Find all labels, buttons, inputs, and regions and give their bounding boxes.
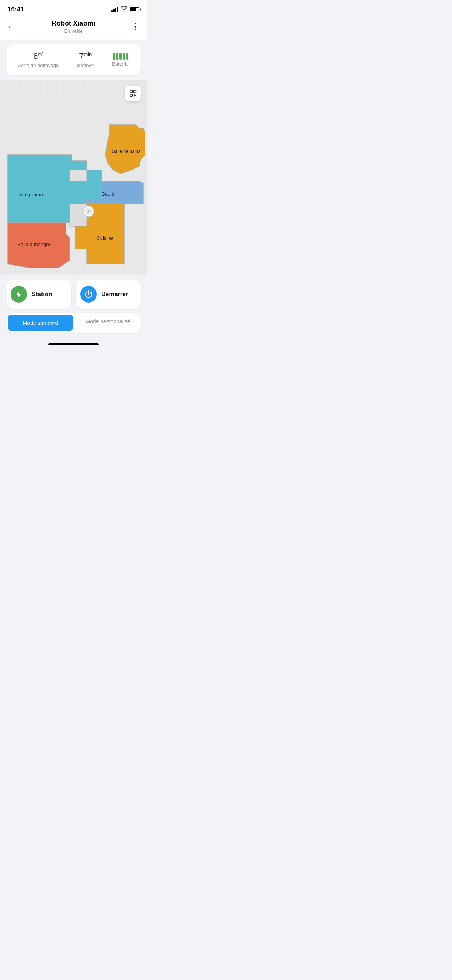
stat-area: 8m² Zone de nettoyage (18, 51, 59, 68)
power-icon (84, 290, 93, 298)
wifi-icon (121, 6, 127, 13)
battery-icon (130, 7, 139, 12)
header-center: Robot Xiaomi En veille (19, 20, 127, 34)
time-label: Nettoyé (77, 62, 94, 68)
stat-divider-1 (68, 52, 68, 67)
header: ← Robot Xiaomi En veille ⋮ (0, 17, 147, 40)
more-button[interactable]: ⋮ (127, 22, 139, 32)
svg-rect-2 (130, 94, 132, 97)
lightning-icon (15, 290, 23, 298)
start-icon-bg (80, 286, 97, 302)
tab-mode-standard[interactable]: Mode standard (8, 315, 73, 331)
back-button[interactable]: ← (8, 22, 19, 32)
label-salle-bains: Salle de bains (112, 149, 140, 154)
label-couloir: Couloir (101, 191, 117, 197)
svg-text:Z: Z (88, 210, 90, 214)
map-gap-2 (70, 170, 87, 181)
mode-section: Mode standard Mode personnalisé (0, 313, 147, 340)
status-time: 16:41 (8, 6, 24, 13)
map-container[interactable]: Z Living room Couloir Salle de bains Sal… (0, 80, 147, 275)
page-title: Robot Xiaomi (19, 20, 127, 27)
time-value: 7min (77, 51, 94, 61)
area-label: Zone de nettoyage (18, 62, 59, 68)
battery-bars (112, 53, 129, 59)
device-status: En veille (19, 28, 127, 34)
mode-card: Mode standard Mode personnalisé (6, 313, 141, 333)
station-icon-bg (11, 286, 27, 302)
svg-rect-0 (130, 91, 132, 93)
battery-label: Batterie (112, 61, 129, 67)
start-label: Démarrer (101, 291, 128, 298)
area-value: 8m² (18, 51, 59, 61)
stat-time: 7min Nettoyé (77, 51, 94, 68)
zoom-button[interactable] (125, 86, 141, 101)
signal-icon (111, 7, 118, 12)
status-bar: 16:41 (0, 0, 147, 17)
home-indicator (48, 343, 99, 345)
label-living-room: Living room (18, 192, 43, 197)
stat-divider-2 (103, 52, 103, 67)
tab-mode-custom[interactable]: Mode personnalisé (75, 313, 141, 333)
label-salle-manger: Salle à manger (18, 242, 51, 247)
svg-rect-1 (134, 91, 136, 93)
station-button[interactable]: Station (6, 280, 71, 309)
status-icons (111, 6, 139, 13)
mode-tabs: Mode standard Mode personnalisé (6, 313, 141, 333)
station-label: Station (32, 291, 52, 298)
floor-map: Z Living room Couloir Salle de bains Sal… (0, 80, 147, 275)
action-buttons: Station Démarrer (0, 275, 147, 313)
stat-battery: Batterie (112, 53, 129, 67)
map-gap-1 (70, 204, 87, 226)
label-cuisine: Cuisine (96, 235, 113, 241)
start-button[interactable]: Démarrer (76, 280, 141, 309)
stats-card: 8m² Zone de nettoyage 7min Nettoyé Batte… (6, 45, 141, 75)
